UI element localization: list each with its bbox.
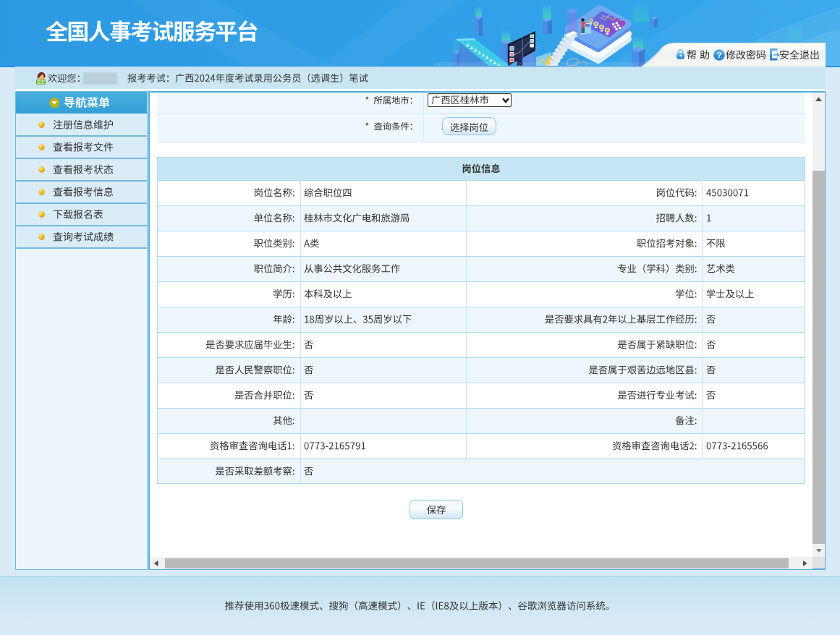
svg-text:?: ? xyxy=(716,51,721,59)
